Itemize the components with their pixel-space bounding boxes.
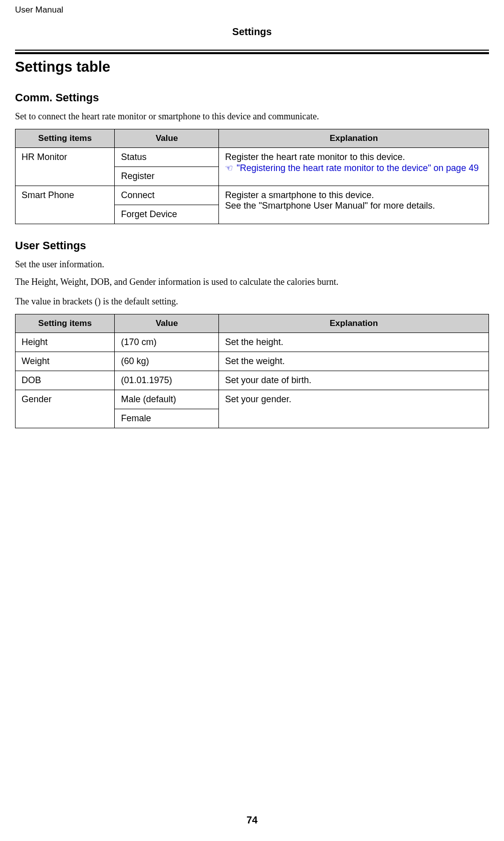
smartphone-explanation-line2: See the "Smartphone User Manual" for mor… [225,201,435,211]
user-intro-text-2: The Height, Weight, DOB, and Gender info… [15,277,489,287]
cell-smartphone-item: Smart Phone [16,186,115,224]
pointing-hand-icon: ☞ [225,162,233,174]
cell-dob-item: DOB [16,371,115,390]
horizontal-rule [15,50,489,54]
subsection-heading-comm-settings: Comm. Settings [15,91,489,104]
table-row: Weight (60 kg) Set the weight. [16,352,489,371]
col-header-items: Setting items [16,129,115,148]
cell-hr-monitor-item: HR Monitor [16,148,115,186]
user-settings-table: Setting items Value Explanation Height (… [15,314,489,428]
cell-hr-monitor-value-status: Status [115,148,219,167]
comm-settings-table: Setting items Value Explanation HR Monit… [15,129,489,224]
cross-reference-link[interactable]: ☞ "Registering the heart rate monitor to… [225,163,478,173]
col-header-value: Value [115,314,219,333]
table-row: Smart Phone Connect Register a smartphon… [16,186,489,205]
cell-weight-value: (60 kg) [115,352,219,371]
comm-intro-text: Set to connect the heart rate monitor or… [15,111,489,122]
cell-gender-value-male: Male (default) [115,390,219,409]
cell-weight-item: Weight [16,352,115,371]
col-header-value: Value [115,129,219,148]
table-row: DOB (01.01.1975) Set your date of birth. [16,371,489,390]
cell-smartphone-value-forget: Forget Device [115,205,219,224]
running-header: User Manual [15,5,489,15]
cell-hr-monitor-explanation: Register the heart rate monitor to this … [219,148,489,186]
cell-gender-item: Gender [16,390,115,428]
user-intro-text-3: The value in brackets () is the default … [15,296,489,307]
chapter-title: Settings [15,26,489,38]
table-header-row: Setting items Value Explanation [16,314,489,333]
subsection-heading-user-settings: User Settings [15,239,489,252]
smartphone-explanation-line1: Register a smartphone to this device. [225,190,374,200]
cell-height-explanation: Set the height. [219,333,489,352]
col-header-explanation: Explanation [219,314,489,333]
cell-dob-explanation: Set your date of birth. [219,371,489,390]
cell-weight-explanation: Set the weight. [219,352,489,371]
hr-monitor-explanation-line1: Register the heart rate monitor to this … [225,152,405,162]
section-heading-settings-table: Settings table [15,59,489,75]
cell-height-value: (170 cm) [115,333,219,352]
table-row: Height (170 cm) Set the height. [16,333,489,352]
col-header-items: Setting items [16,314,115,333]
table-row: Gender Male (default) Set your gender. [16,390,489,409]
cell-gender-explanation: Set your gender. [219,390,489,428]
cell-smartphone-explanation: Register a smartphone to this device. Se… [219,186,489,224]
cell-smartphone-value-connect: Connect [115,186,219,205]
cell-dob-value: (01.01.1975) [115,371,219,390]
table-header-row: Setting items Value Explanation [16,129,489,148]
page-number: 74 [0,814,504,826]
user-intro-text-1: Set the user information. [15,259,489,270]
cell-height-item: Height [16,333,115,352]
col-header-explanation: Explanation [219,129,489,148]
table-row: HR Monitor Status Register the heart rat… [16,148,489,167]
cell-hr-monitor-value-register: Register [115,167,219,186]
cross-reference-text: "Registering the heart rate monitor to t… [236,163,478,173]
cell-gender-value-female: Female [115,409,219,428]
